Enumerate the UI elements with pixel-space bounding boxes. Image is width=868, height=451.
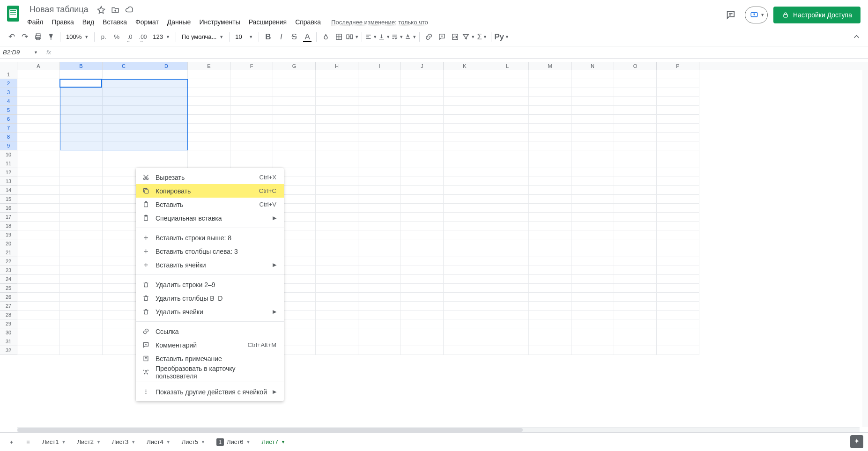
svg-rect-6: [347, 35, 349, 39]
share-button[interactable]: Настройки Доступа: [773, 7, 861, 23]
format-currency-button[interactable]: р.: [97, 31, 110, 43]
strikethrough-button[interactable]: S: [288, 31, 300, 43]
separator: [229, 32, 230, 42]
zoom-dropdown[interactable]: 100%▼: [63, 31, 91, 43]
star-icon[interactable]: [96, 5, 106, 15]
text-rotation-button[interactable]: ▼: [404, 31, 416, 43]
menu-item-данные[interactable]: Данные: [163, 16, 195, 28]
menu-item-формат[interactable]: Формат: [132, 16, 163, 28]
separator: [176, 32, 176, 42]
comments-history-icon[interactable]: [722, 7, 739, 23]
name-box[interactable]: B2:D9 ▼: [0, 46, 41, 58]
separator: [362, 32, 362, 42]
bold-button[interactable]: B: [262, 31, 274, 43]
insert-link-button[interactable]: [423, 31, 435, 43]
separator: [94, 32, 95, 42]
svg-rect-1: [784, 15, 787, 17]
functions-button[interactable]: Σ▼: [476, 31, 488, 43]
separator: [316, 32, 317, 42]
format-percent-button[interactable]: %: [111, 31, 123, 43]
text-color-button[interactable]: A: [301, 31, 313, 43]
decrease-decimal-button[interactable]: .0←: [124, 31, 136, 43]
increase-decimal-button[interactable]: .00→: [137, 31, 149, 43]
borders-button[interactable]: [333, 31, 345, 43]
redo-button[interactable]: ↷: [19, 31, 31, 43]
text-wrap-button[interactable]: ▼: [391, 31, 403, 43]
italic-button[interactable]: I: [275, 31, 287, 43]
move-icon[interactable]: [111, 5, 120, 15]
insert-comment-button[interactable]: [436, 31, 448, 43]
filter-button[interactable]: ▼: [462, 31, 475, 43]
print-button[interactable]: [32, 31, 44, 43]
chevron-down-icon: ▼: [399, 35, 403, 39]
separator: [419, 32, 420, 42]
doc-title[interactable]: Новая таблица: [26, 4, 92, 15]
menu-item-файл[interactable]: Файл: [23, 16, 47, 28]
chevron-down-icon: ▼: [355, 35, 359, 39]
chevron-down-icon: ▼: [249, 35, 253, 39]
chevron-down-icon: ▼: [219, 35, 223, 39]
separator: [491, 32, 491, 42]
last-change-link[interactable]: Последнее изменение: только что: [331, 19, 428, 26]
menu-item-справка[interactable]: Справка: [291, 16, 325, 28]
menu-item-вставка[interactable]: Вставка: [99, 16, 131, 28]
paint-format-button[interactable]: [45, 31, 57, 43]
header-right: ▼ Настройки Доступа: [722, 4, 861, 23]
chevron-down-icon: ▼: [760, 13, 764, 17]
vertical-align-button[interactable]: ▼: [378, 31, 390, 43]
separator: [60, 32, 60, 42]
insert-chart-button[interactable]: [449, 31, 461, 43]
undo-button[interactable]: ↶: [6, 31, 18, 43]
chevron-down-icon: ▼: [471, 35, 475, 39]
title-row: Новая таблица: [22, 4, 722, 16]
more-formats-dropdown[interactable]: 123▼: [150, 31, 173, 43]
menu-item-вид[interactable]: Вид: [79, 16, 98, 28]
chevron-down-icon: ▼: [412, 35, 416, 39]
fx-icon: fx: [41, 49, 56, 56]
chevron-down-icon: ▼: [84, 35, 89, 39]
sheets-logo-icon[interactable]: [7, 6, 19, 22]
chevron-down-icon: ▼: [34, 50, 38, 55]
chevron-down-icon: ▼: [483, 35, 487, 39]
chevron-down-icon: ▼: [373, 35, 377, 39]
share-button-label: Настройки Доступа: [793, 11, 852, 19]
meet-present-button[interactable]: ▼: [745, 7, 768, 23]
font-family-dropdown[interactable]: По умолча...▼: [179, 31, 226, 43]
merge-cells-button[interactable]: ▼: [346, 31, 359, 43]
logo-wrap: [4, 4, 22, 22]
toolbar: ↶ ↷ 100%▼ р. % .0← .00→ 123▼ По умолча..…: [0, 28, 868, 46]
fill-color-button[interactable]: [319, 31, 332, 43]
input-tools-button[interactable]: Ру▼: [494, 31, 509, 43]
horizontal-align-button[interactable]: ▼: [365, 31, 377, 43]
chevron-down-icon: ▼: [386, 35, 390, 39]
name-box-value: B2:D9: [3, 49, 20, 56]
chevron-down-icon: ▼: [505, 35, 509, 39]
cloud-status-icon[interactable]: [125, 5, 134, 15]
separator: [259, 32, 259, 42]
header: Новая таблица ФайлПравкаВидВставкаФормат…: [0, 0, 868, 28]
menu-item-инструменты[interactable]: Инструменты: [195, 16, 244, 28]
svg-rect-7: [350, 35, 353, 39]
menu-item-правка[interactable]: Правка: [48, 16, 77, 28]
formula-bar-row: B2:D9 ▼ fx: [0, 46, 868, 59]
font-size-dropdown[interactable]: 10▼: [232, 31, 256, 43]
collapse-toolbar-button[interactable]: [850, 31, 862, 43]
menu-bar: ФайлПравкаВидВставкаФорматДанныеИнструме…: [22, 16, 722, 28]
chevron-down-icon: ▼: [166, 35, 170, 39]
menu-item-расширения[interactable]: Расширения: [245, 16, 290, 28]
title-area: Новая таблица ФайлПравкаВидВставкаФормат…: [22, 4, 722, 28]
